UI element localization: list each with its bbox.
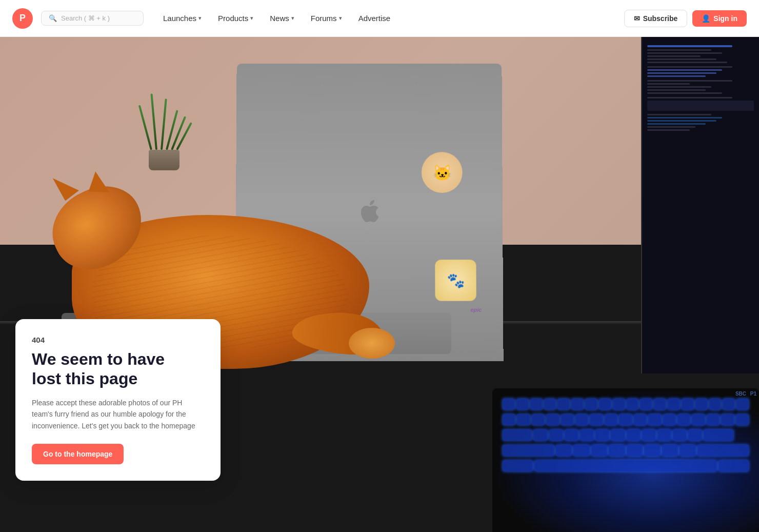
keyboard-label-p1: P1 [750, 391, 756, 397]
signin-button[interactable]: 👤 Sign in [692, 10, 747, 27]
chevron-down-icon: ▾ [291, 15, 294, 22]
key-row-4 [503, 445, 749, 456]
search-placeholder-text: Search ( ⌘ + k ) [61, 14, 110, 22]
navbar: P 🔍 Search ( ⌘ + k ) Launches ▾ Products… [0, 0, 759, 37]
monitor-right [641, 37, 759, 373]
error-code: 404 [32, 336, 204, 344]
epic-text: epic [470, 307, 482, 313]
keyboard: SBC P1 [492, 388, 759, 532]
key-row-5 [503, 460, 749, 471]
error-description: Please accept these adorable photos of o… [32, 397, 204, 431]
keyboard-label-sbc: SBC [735, 391, 746, 397]
chevron-down-icon: ▾ [339, 15, 342, 22]
key-row-3 [503, 429, 749, 441]
laptop-sticker-epic: 🐾 [435, 260, 476, 301]
nav-item-news[interactable]: News ▾ [263, 10, 302, 27]
nav-item-launches[interactable]: Launches ▾ [156, 10, 209, 27]
chevron-down-icon: ▾ [198, 15, 202, 22]
nav-right: ✉ Subscribe 👤 Sign in [624, 10, 747, 27]
error-title: We seem to have lost this page [32, 349, 204, 389]
monitor-content [642, 37, 759, 139]
nav-item-products[interactable]: Products ▾ [211, 10, 261, 27]
subscribe-button[interactable]: ✉ Subscribe [624, 10, 688, 27]
laptop-sticker-cat: 🐱 [422, 152, 463, 193]
key-row-2 [503, 414, 749, 425]
chevron-down-icon: ▾ [250, 15, 253, 22]
plant [149, 88, 179, 170]
user-icon: 👤 [702, 14, 710, 23]
envelope-icon: ✉ [634, 14, 640, 23]
error-card: 404 We seem to have lost this page Pleas… [15, 319, 221, 481]
key-row-1 [503, 399, 749, 410]
search-bar[interactable]: 🔍 Search ( ⌘ + k ) [41, 11, 144, 26]
search-icon: 🔍 [49, 14, 57, 22]
nav-item-advertise[interactable]: Advertise [351, 10, 398, 27]
go-to-homepage-button[interactable]: Go to the homepage [32, 444, 124, 464]
logo[interactable]: P [12, 8, 33, 29]
nav-item-forums[interactable]: Forums ▾ [304, 10, 349, 27]
nav-links: Launches ▾ Products ▾ News ▾ Forums ▾ Ad… [156, 10, 620, 27]
